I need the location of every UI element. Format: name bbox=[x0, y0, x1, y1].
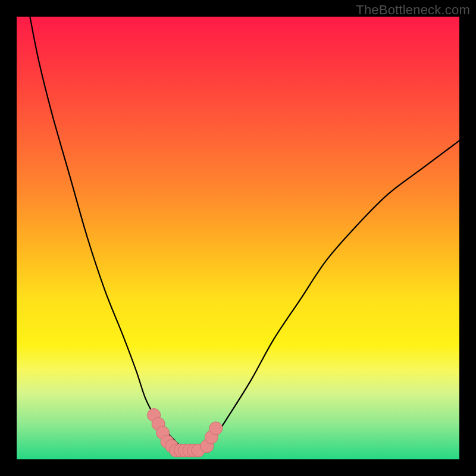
markers bbox=[148, 409, 223, 458]
right-curve bbox=[198, 140, 459, 455]
plot-area bbox=[17, 17, 459, 459]
left-curve bbox=[30, 17, 198, 455]
chart-svg bbox=[17, 17, 459, 459]
watermark-text: TheBottleneck.com bbox=[356, 2, 470, 18]
marker-dot bbox=[209, 422, 223, 435]
chart-frame: TheBottleneck.com bbox=[0, 0, 476, 476]
